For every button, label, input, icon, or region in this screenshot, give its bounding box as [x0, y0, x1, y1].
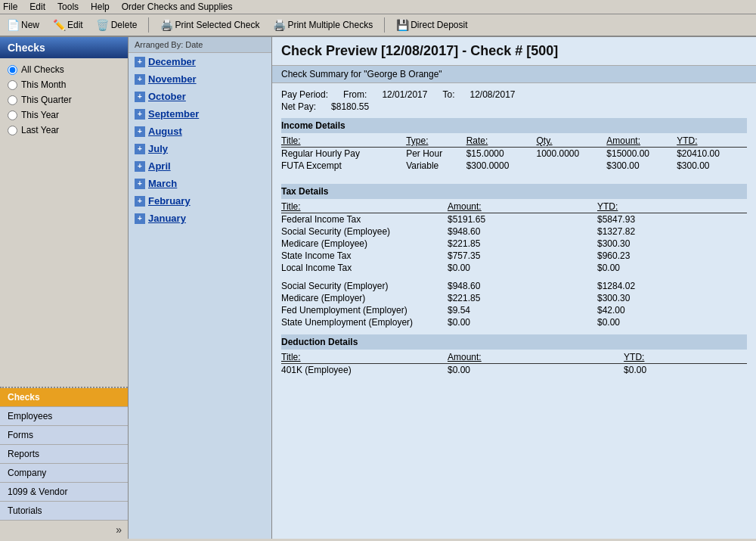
month-group[interactable]: + September [129, 105, 271, 123]
month-group[interactable]: + March [129, 175, 271, 192]
net-pay-row: Net Pay: $8180.55 [281, 101, 747, 112]
tax-tbody: Federal Income Tax $5191.65 $5847.93 Soc… [281, 213, 747, 329]
income-table: Title: Type: Rate: Qty. Amount: YTD: Reg… [281, 135, 747, 172]
deduction-col-amount: Amount: [448, 351, 624, 364]
tax-cell-ytd: $0.00 [597, 316, 747, 328]
toolbar-separator-2 [384, 17, 385, 33]
income-cell-title: Regular Hourly Pay [281, 148, 406, 160]
income-cell-amount: $300.00 [606, 160, 677, 172]
income-col-qty: Qty. [536, 135, 606, 148]
deduction-row: 401K (Employee) $0.00 $0.00 [281, 364, 747, 377]
tax-cell-title: Social Security (Employer) [281, 280, 448, 292]
tax-cell-amount: $5191.65 [448, 213, 597, 226]
filter-all-label: All Checks [21, 64, 64, 75]
sidebar-item-employees[interactable]: Employees [0, 407, 128, 426]
filter-this-year[interactable]: This Year [8, 110, 120, 120]
filter-all-checks[interactable]: All Checks [8, 64, 120, 75]
income-tbody: Regular Hourly Pay Per Hour $15.0000 100… [281, 148, 747, 173]
new-button[interactable]: 📄 New [3, 17, 43, 33]
menu-bar: File Edit Tools Help Order Checks and Su… [0, 0, 756, 14]
net-pay-value: $8180.55 [331, 101, 369, 112]
menu-file[interactable]: File [3, 2, 17, 12]
deduction-tbody: 401K (Employee) $0.00 $0.00 [281, 364, 747, 377]
tax-cell-title: Social Security (Employee) [281, 225, 448, 238]
month-group[interactable]: + January [129, 210, 271, 227]
menu-edit[interactable]: Edit [29, 2, 45, 12]
income-cell-rate: $15.0000 [466, 148, 537, 160]
income-row: Regular Hourly Pay Per Hour $15.0000 100… [281, 148, 747, 160]
income-cell-type: Per Hour [406, 148, 466, 160]
tax-col-ytd: YTD: [597, 201, 747, 213]
income-cell-rate: $300.0000 [466, 160, 537, 172]
tax-cell-ytd: $42.00 [597, 304, 747, 316]
tax-cell-title: State Income Tax [281, 250, 448, 262]
check-content: Pay Period: From: 12/01/2017 To: 12/08/2… [272, 83, 756, 382]
menu-help[interactable]: Help [91, 2, 110, 12]
edit-button[interactable]: ✏️ Edit [49, 17, 87, 33]
sidebar-item-reports[interactable]: Reports [0, 445, 128, 464]
month-group[interactable]: + August [129, 123, 271, 140]
tax-cell-ytd: $5847.93 [597, 213, 747, 226]
tax-cell-title: Medicare (Employee) [281, 238, 448, 250]
sidebar-item-tutorials[interactable]: Tutorials [0, 502, 128, 521]
tax-row: State Income Tax $757.35 $960.23 [281, 250, 747, 262]
sidebar-item-forms[interactable]: Forms [0, 426, 128, 445]
tax-row: Medicare (Employer) $221.85 $300.30 [281, 292, 747, 304]
tax-cell-title: Medicare (Employer) [281, 292, 448, 304]
direct-deposit-button[interactable]: 💾 Direct Deposit [392, 17, 471, 33]
tax-cell-title: Local Income Tax [281, 262, 448, 274]
pay-period-to-label: To: [442, 89, 454, 100]
sidebar-more-button[interactable]: » [0, 521, 128, 539]
delete-button[interactable]: 🗑️ Delete [93, 17, 141, 33]
main-layout: Checks All Checks This Month This Quarte… [0, 37, 756, 539]
pay-period-from-label: From: [343, 89, 367, 100]
print-multiple-button[interactable]: 🖨️ Print Multiple Checks [269, 17, 376, 33]
deduction-columns: Title: Amount: YTD: [281, 351, 747, 364]
month-group[interactable]: + February [129, 192, 271, 210]
deduction-table: Title: Amount: YTD: 401K (Employee) $0.0… [281, 351, 747, 376]
tax-row: State Unemployment (Employer) $0.00 $0.0… [281, 316, 747, 328]
tax-row: Fed Unemployment (Employer) $9.54 $42.00 [281, 304, 747, 316]
tax-cell-amount: $0.00 [448, 316, 597, 328]
menu-tools[interactable]: Tools [57, 2, 79, 12]
sidebar-item-checks[interactable]: Checks [0, 388, 128, 407]
pay-period-to: 12/08/2017 [469, 89, 515, 100]
filter-quarter-label: This Quarter [21, 95, 72, 105]
month-group[interactable]: + July [129, 140, 271, 157]
month-group[interactable]: + April [129, 157, 271, 175]
filter-this-month[interactable]: This Month [8, 79, 120, 90]
left-sidebar: Checks All Checks This Month This Quarte… [0, 37, 129, 539]
right-panel: Check Preview [12/08/2017] - Check # [50… [272, 37, 756, 539]
direct-deposit-label: Direct Deposit [411, 20, 467, 30]
tax-cell-ytd: $300.30 [597, 238, 747, 250]
tax-cell-amount: $948.60 [448, 225, 597, 238]
income-col-rate: Rate: [466, 135, 537, 148]
sidebar-item-1099[interactable]: 1099 & Vendor [0, 483, 128, 502]
sidebar-item-company[interactable]: Company [0, 464, 128, 483]
tax-cell-title: Federal Income Tax [281, 213, 448, 226]
month-group[interactable]: + November [129, 70, 271, 88]
tax-cell-amount: $9.54 [448, 304, 597, 316]
tax-cell-amount: $948.60 [448, 280, 597, 292]
month-label: August [148, 126, 182, 137]
income-header: Income Details [281, 118, 747, 133]
tax-cell-title: State Unemployment (Employer) [281, 316, 448, 328]
filter-this-quarter[interactable]: This Quarter [8, 95, 120, 105]
deduction-cell-title: 401K (Employee) [281, 364, 448, 377]
income-cell-amount: $15000.00 [606, 148, 677, 160]
tax-cell-ytd: $1284.02 [597, 280, 747, 292]
print-selected-button[interactable]: 🖨️ Print Selected Check [156, 17, 263, 33]
month-expand-icon: + [135, 92, 145, 102]
deduction-col-ytd: YTD: [624, 351, 747, 364]
month-expand-icon: + [135, 213, 145, 224]
menu-order[interactable]: Order Checks and Supplies [122, 2, 233, 12]
filter-last-year[interactable]: Last Year [8, 125, 120, 135]
filter-section: All Checks This Month This Quarter This … [0, 58, 128, 387]
income-cell-type: Variable [406, 160, 466, 172]
tax-cell-title: Fed Unemployment (Employer) [281, 304, 448, 316]
month-expand-icon: + [135, 144, 145, 154]
direct-deposit-icon: 💾 [396, 19, 408, 31]
month-group[interactable]: + December [129, 53, 271, 70]
month-group[interactable]: + October [129, 88, 271, 105]
filter-month-label: This Month [21, 79, 66, 90]
